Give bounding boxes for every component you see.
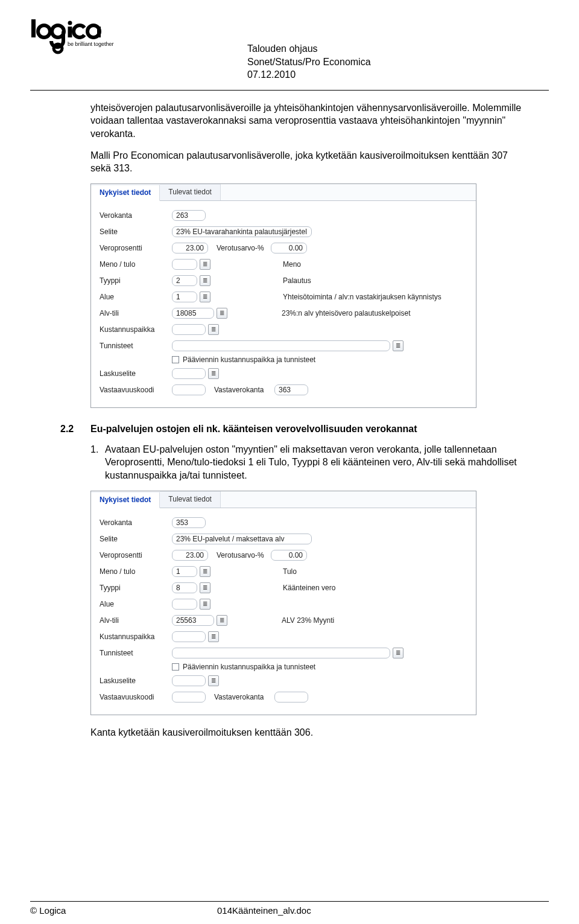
lbl-verotusarvo: Verotusarvo-% — [217, 551, 271, 559]
field-vastaverokanta[interactable] — [274, 692, 308, 703]
trailing-text: Kanta kytketään kausiveroilmoituksen ken… — [90, 726, 525, 739]
lbl-laskuselite: Laskuselite — [100, 677, 172, 685]
lookup-icon[interactable] — [208, 675, 219, 686]
desc-tyyppi: Käänteinen vero — [283, 584, 335, 592]
lbl-tunnisteet: Tunnisteet — [100, 342, 172, 350]
field-tunnisteet[interactable] — [172, 648, 390, 658]
lbl-kustannuspaikka: Kustannuspaikka — [100, 325, 172, 334]
field-verotusarvo[interactable]: 0.00 — [271, 550, 307, 561]
intro-para-1: yhteisöverojen palautusarvonlisäveroille… — [90, 101, 525, 141]
field-alue[interactable] — [172, 599, 197, 610]
page-footer: © Logica 014Käänteinen_alv.doc — [30, 901, 549, 916]
field-verokanta[interactable]: 353 — [172, 517, 206, 528]
checkbox-paaviennin[interactable] — [172, 663, 179, 671]
header-line-3: 07.12.2010 — [247, 68, 549, 81]
lookup-icon[interactable] — [393, 648, 403, 658]
section-heading: 2.2 Eu-palvelujen ostojen eli nk. käänte… — [30, 424, 549, 435]
field-menotulo[interactable]: 1 — [172, 566, 197, 577]
field-vastaverokanta[interactable]: 363 — [274, 384, 308, 395]
lbl-verotusarvo: Verotusarvo-% — [217, 244, 271, 252]
lbl-verokanta: Verokanta — [100, 518, 172, 527]
lookup-icon[interactable] — [200, 292, 210, 302]
section-title: Eu-palvelujen ostojen eli nk. käänteisen… — [90, 424, 549, 435]
svg-point-1 — [38, 25, 50, 37]
lbl-veroprosentti: Veroprosentti — [100, 551, 172, 559]
lbl-menotulo: Meno / tulo — [100, 260, 172, 269]
logo-tagline: be brilliant together — [68, 41, 114, 47]
lookup-icon[interactable] — [200, 566, 210, 577]
lbl-veroprosentti: Veroprosentti — [100, 244, 172, 252]
field-vastaavuuskoodi[interactable] — [172, 384, 206, 395]
lookup-icon[interactable] — [208, 324, 219, 335]
header-line-2: Sonet/Status/Pro Economica — [247, 56, 549, 69]
field-selite[interactable]: 23% EU-tavarahankinta palautusjärjestel — [172, 226, 312, 237]
lookup-icon[interactable] — [217, 308, 227, 319]
desc-alvtili: 23%:n alv yhteisövero palautuskelpoiset — [282, 309, 410, 317]
lbl-tyyppi: Tyyppi — [100, 276, 172, 285]
lbl-laskuselite: Laskuselite — [100, 369, 172, 378]
lookup-icon[interactable] — [200, 582, 210, 593]
lbl-alue: Alue — [100, 600, 172, 608]
lbl-kustannuspaikka: Kustannuspaikka — [100, 632, 172, 641]
field-laskuselite[interactable] — [172, 368, 206, 379]
lookup-icon[interactable] — [200, 259, 210, 270]
tabs-2: Nykyiset tiedot Tulevat tiedot — [91, 491, 476, 508]
lbl-alue: Alue — [100, 293, 172, 301]
field-veroprosentti[interactable]: 23.00 — [172, 550, 208, 561]
lbl-alvtili: Alv-tili — [100, 309, 172, 317]
section-number: 2.2 — [30, 424, 90, 435]
field-alvtili[interactable]: 25563 — [172, 615, 214, 626]
lbl-vastaavuuskoodi: Vastaavuuskoodi — [100, 693, 172, 701]
lookup-icon[interactable] — [208, 631, 219, 642]
desc-alue: Yhteisötoiminta / alv:n vastakirjauksen … — [283, 293, 441, 301]
field-veroprosentti[interactable]: 23.00 — [172, 243, 208, 253]
lbl-tunnisteet: Tunnisteet — [100, 649, 172, 657]
field-verotusarvo[interactable]: 0.00 — [271, 243, 307, 253]
tab-tulevat[interactable]: Tulevat tiedot — [160, 491, 221, 508]
list-item-1: 1. Avataan EU-palvelujen oston "myyntien… — [90, 443, 525, 482]
lbl-paaviennin: Pääviennin kustannuspaikka ja tunnisteet — [183, 663, 315, 671]
field-tyyppi[interactable]: 8 — [172, 582, 197, 593]
lbl-vastaverokanta: Vastaverokanta — [214, 693, 274, 701]
list-item-number: 1. — [90, 443, 105, 482]
field-menotulo[interactable] — [172, 259, 197, 270]
lbl-verokanta: Verokanta — [100, 211, 172, 220]
list-item-text: Avataan EU-palvelujen oston "myyntien" e… — [105, 443, 525, 482]
tab-nykyiset[interactable]: Nykyiset tiedot — [91, 185, 160, 201]
logo: be brilliant together — [30, 18, 133, 54]
field-kustannuspaikka[interactable] — [172, 631, 206, 642]
lookup-icon[interactable] — [217, 615, 227, 626]
field-kustannuspaikka[interactable] — [172, 324, 206, 335]
lbl-selite: Selite — [100, 535, 172, 543]
form-panel-2: Nykyiset tiedot Tulevat tiedot Verokanta… — [90, 491, 476, 715]
field-tunnisteet[interactable] — [172, 340, 390, 351]
lbl-selite: Selite — [100, 228, 172, 236]
checkbox-paaviennin[interactable] — [172, 356, 179, 363]
tab-tulevat[interactable]: Tulevat tiedot — [160, 184, 221, 200]
lbl-paaviennin: Pääviennin kustannuspaikka ja tunnisteet — [183, 355, 315, 364]
lbl-menotulo: Meno / tulo — [100, 567, 172, 576]
svg-rect-4 — [68, 27, 72, 37]
field-vastaavuuskoodi[interactable] — [172, 692, 206, 703]
intro-para-2: Malli Pro Economican palautusarvonlisäve… — [90, 149, 525, 175]
lbl-tyyppi: Tyyppi — [100, 584, 172, 592]
tab-nykyiset[interactable]: Nykyiset tiedot — [91, 492, 160, 508]
field-laskuselite[interactable] — [172, 675, 206, 686]
lookup-icon[interactable] — [208, 368, 219, 379]
svg-rect-0 — [31, 19, 36, 37]
field-alue[interactable]: 1 — [172, 292, 197, 302]
field-alvtili[interactable]: 18085 — [172, 308, 214, 319]
lbl-alvtili: Alv-tili — [100, 616, 172, 625]
doc-header: Talouden ohjaus Sonet/Status/Pro Economi… — [247, 24, 549, 81]
form-panel-1: Nykyiset tiedot Tulevat tiedot Verokanta… — [90, 183, 476, 408]
header-rule — [30, 90, 549, 91]
field-selite[interactable]: 23% EU-palvelut / maksettava alv — [172, 534, 312, 544]
field-verokanta[interactable]: 263 — [172, 210, 206, 221]
lookup-icon[interactable] — [393, 340, 403, 351]
desc-menotulo: Meno — [283, 260, 301, 269]
header-line-1: Talouden ohjaus — [247, 42, 549, 56]
desc-alvtili: ALV 23% Myynti — [282, 616, 334, 625]
lookup-icon[interactable] — [200, 599, 210, 610]
field-tyyppi[interactable]: 2 — [172, 275, 197, 286]
lookup-icon[interactable] — [200, 275, 210, 286]
